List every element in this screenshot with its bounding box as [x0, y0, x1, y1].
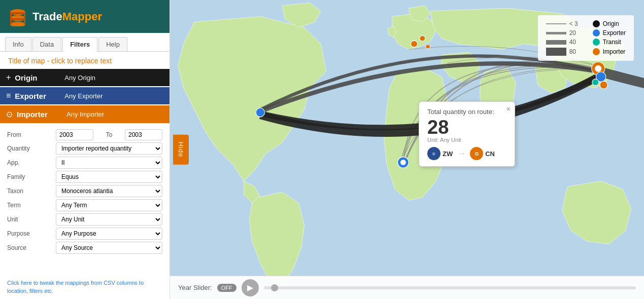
exporter-route-dot: ≡: [427, 147, 440, 160]
family-select[interactable]: Equus: [56, 171, 162, 183]
origin-icon: +: [6, 73, 11, 82]
importer-icon: ⊙: [6, 109, 13, 119]
origin-label: Origin: [15, 73, 60, 82]
purpose-select[interactable]: Any Purpose: [56, 228, 162, 240]
svg-point-4: [10, 22, 25, 26]
taxon-label: Taxon: [7, 188, 53, 195]
legend-row-20: 20: [546, 29, 587, 36]
exporter-label: Exporter: [15, 92, 60, 100]
bottom-link[interactable]: Click here to tweak the mappings from CS…: [0, 275, 170, 299]
family-row: Family Equus: [0, 170, 170, 184]
quantity-row: Quantity Importer reported quantity: [0, 141, 170, 156]
map-area: < 3 Origin 20 Exporter 40 Transit 80: [170, 0, 644, 299]
tooltip-close-button[interactable]: ×: [506, 105, 511, 113]
year-off-badge: OFF: [217, 284, 236, 292]
origin-dot: [593, 20, 600, 27]
from-label: From: [7, 131, 53, 138]
sidebar: TradeMapper Info Data Filters Help Title…: [0, 0, 170, 299]
legend-row-lt3: < 3: [546, 20, 587, 27]
quantity-select[interactable]: Importer reported quantity: [56, 142, 162, 155]
legend-val-40: 40: [569, 39, 576, 46]
route-from-node: ≡ ZW: [427, 147, 453, 160]
origin-dot-label: Origin: [603, 20, 619, 27]
taxon-row: Taxon Monoceros atlantia: [0, 184, 170, 198]
importer-dot-label: Importer: [603, 48, 626, 55]
purpose-label: Purpose: [7, 230, 53, 237]
svg-rect-3: [10, 18, 25, 20]
map-title[interactable]: Title of map - click to replace text: [0, 52, 170, 69]
exporter-dot: [593, 29, 600, 36]
logo-text: TradeMapper: [32, 10, 102, 23]
app-select[interactable]: II: [56, 157, 162, 169]
app-label: App.: [7, 159, 53, 166]
unit-label: Unit: [7, 216, 53, 223]
source-select[interactable]: Any Source: [56, 242, 162, 254]
route-from-label: ZW: [443, 150, 453, 158]
purpose-row: Purpose Any Purpose: [0, 227, 170, 241]
source-label: Source: [7, 244, 53, 251]
source-row: Source Any Source: [0, 241, 170, 255]
svg-point-14: [592, 79, 599, 86]
to-input[interactable]: [125, 129, 162, 140]
filter-origin[interactable]: + Origin Any Origin: [0, 69, 170, 86]
logo-icon: [8, 7, 27, 26]
tab-filters[interactable]: Filters: [62, 37, 97, 52]
tab-info[interactable]: Info: [5, 37, 31, 51]
route-tooltip: × Total quantity on route: 28 Unit: Any …: [419, 101, 515, 167]
legend-line-40: [546, 40, 566, 45]
from-input[interactable]: [56, 129, 93, 140]
logo-area: TradeMapper: [0, 0, 170, 33]
tooltip-route: ≡ ZW → ⊙ CN: [427, 147, 506, 160]
year-slider-bar: Year Slider: OFF ▶: [170, 276, 644, 299]
filter-importer[interactable]: ⊙ Importer Any Importer: [0, 105, 170, 123]
slider-thumb[interactable]: [271, 284, 278, 291]
svg-point-9: [400, 160, 406, 165]
term-select[interactable]: Any Term: [56, 199, 162, 211]
svg-point-15: [411, 41, 418, 47]
exporter-icon: ≡: [6, 91, 11, 100]
logo-trade: Trade: [32, 10, 62, 23]
svg-point-18: [256, 108, 264, 117]
legend-val-lt3: < 3: [569, 20, 578, 27]
tooltip-title: Total quantity on route:: [427, 108, 506, 116]
svg-point-13: [600, 81, 607, 89]
tab-data[interactable]: Data: [32, 37, 61, 51]
hide-button[interactable]: Hide: [173, 135, 189, 165]
year-slider-label: Year Slider:: [178, 284, 212, 291]
app-row: App. II: [0, 156, 170, 170]
filter-exporter[interactable]: ≡ Exporter Any Exporter: [0, 87, 170, 104]
legend-val-80: 80: [569, 48, 576, 55]
importer-dot: [593, 48, 600, 55]
transit-dot-label: Transit: [603, 39, 621, 46]
legend-dot-origin: Origin: [593, 20, 626, 27]
family-label: Family: [7, 173, 53, 180]
exporter-value: Any Exporter: [64, 92, 163, 100]
svg-point-17: [426, 45, 430, 49]
importer-route-dot: ⊙: [470, 147, 483, 160]
term-row: Term Any Term: [0, 198, 170, 212]
unit-row: Unit Any Unit: [0, 212, 170, 227]
unit-select[interactable]: Any Unit: [56, 213, 162, 226]
svg-rect-6: [24, 12, 25, 24]
to-label: To: [96, 131, 122, 138]
quantity-label: Quantity: [7, 145, 53, 152]
slider-track[interactable]: [264, 286, 636, 289]
legend-val-20: 20: [569, 29, 576, 36]
route-to-node: ⊙ CN: [470, 147, 495, 160]
importer-value: Any Importer: [66, 110, 163, 118]
tabs: Info Data Filters Help: [0, 33, 170, 52]
legend-dot-transit: Transit: [593, 39, 626, 46]
svg-rect-5: [10, 12, 12, 24]
play-button[interactable]: ▶: [242, 279, 259, 296]
legend-row-80: 80: [546, 48, 587, 56]
tab-help[interactable]: Help: [98, 37, 127, 51]
origin-value: Any Origin: [64, 74, 163, 82]
importer-label: Importer: [17, 110, 62, 119]
legend-dot-importer: Importer: [593, 48, 626, 55]
taxon-select[interactable]: Monoceros atlantia: [56, 185, 162, 197]
exporter-dot-label: Exporter: [603, 29, 626, 36]
tooltip-unit: Unit: Any Unit: [427, 137, 506, 143]
svg-rect-1: [10, 12, 25, 14]
term-label: Term: [7, 202, 53, 209]
route-to-label: CN: [485, 150, 495, 158]
